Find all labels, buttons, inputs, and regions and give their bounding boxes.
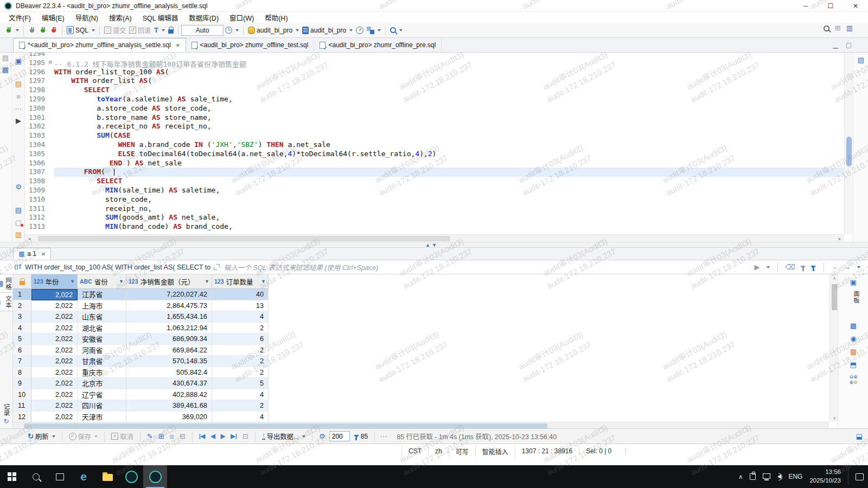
network-icon[interactable] xyxy=(763,473,770,479)
table-cell[interactable]: 甘肃省 xyxy=(78,356,126,367)
add-row-button[interactable]: ⊞ xyxy=(157,432,166,441)
output-doc-icon[interactable]: ▥ xyxy=(14,230,23,239)
bottom-panel-icon[interactable]: ⬓ xyxy=(856,433,863,440)
file-explorer-button[interactable] xyxy=(95,465,119,488)
table-cell[interactable]: 天津市 xyxy=(78,412,126,423)
task-view-button[interactable] xyxy=(48,465,72,488)
table-cell[interactable]: 2 xyxy=(212,356,269,367)
history-forward-icon[interactable]: → xyxy=(844,264,851,271)
invalidate-connection-button[interactable] xyxy=(37,25,48,35)
restore-right-panel-icon[interactable]: ▤ xyxy=(856,56,866,65)
notification-center-icon[interactable] xyxy=(856,473,864,480)
transaction-history-button[interactable] xyxy=(224,25,240,35)
table-cell[interactable]: 369,020 xyxy=(126,412,212,423)
table-cell[interactable]: 40 xyxy=(212,289,269,300)
fetch-page-button[interactable]: ⊡ xyxy=(241,432,250,441)
table-cell[interactable]: 2,022 xyxy=(31,412,78,423)
settings-gear-icon[interactable]: ⚙ xyxy=(14,183,23,191)
overflow-icon[interactable]: ⋯ xyxy=(380,433,387,440)
search-button[interactable] xyxy=(388,26,404,34)
more-tools-icon[interactable]: ⋯ xyxy=(14,105,23,113)
clock[interactable]: 13:56 2025/10/23 xyxy=(809,468,841,485)
expand-filter-icon[interactable] xyxy=(214,264,220,270)
apply-filter-icon[interactable]: ▶ xyxy=(755,264,760,271)
table-cell[interactable]: 4 xyxy=(212,412,269,423)
input-language[interactable]: ENG xyxy=(788,473,802,480)
scroll-left-icon[interactable]: ◂ xyxy=(25,235,34,242)
fetch-size-input[interactable] xyxy=(329,431,350,441)
sql-editor-button[interactable]: SQL xyxy=(65,25,97,35)
row-number-header[interactable] xyxy=(13,274,31,288)
panel-mini-actions[interactable]: ⊖⊕⊗⊜ xyxy=(848,374,859,385)
table-cell[interactable]: 2,022 xyxy=(31,389,78,401)
speaker-icon[interactable] xyxy=(777,474,781,479)
table-cell[interactable]: 2,022 xyxy=(31,378,78,389)
minimize-button[interactable]: ─ xyxy=(793,0,818,12)
prev-page-button[interactable]: ◀ xyxy=(209,432,216,441)
copy-row-button[interactable]: ⧈ xyxy=(168,432,176,441)
menu-item[interactable]: 帮助(H) xyxy=(259,11,293,24)
table-cell[interactable]: 2,022 xyxy=(31,367,78,378)
table-row[interactable]: 102,022辽宁省402,888.424 xyxy=(13,389,269,401)
console-icon[interactable]: ▶ xyxy=(14,117,23,125)
table-cell[interactable]: 2,864,475.73 xyxy=(126,300,212,312)
table-row[interactable]: 72,022甘肃省570,148.352 xyxy=(13,356,269,367)
new-connection-button[interactable] xyxy=(3,25,21,35)
table-row[interactable]: 62,022河南省669,864.222 xyxy=(13,345,269,356)
table-cell[interactable]: 4 xyxy=(212,389,269,401)
table-cell[interactable]: 山东省 xyxy=(78,311,126,323)
table-cell[interactable]: 上海市 xyxy=(78,300,126,312)
column-header[interactable]: 123年份▼ xyxy=(31,274,78,288)
table-cell[interactable]: 669,864.22 xyxy=(126,345,212,356)
next-page-button[interactable]: ▶ xyxy=(219,432,227,441)
table-row[interactable]: 112,022四川省389,461.682 xyxy=(13,400,269,412)
table-cell[interactable]: 2 xyxy=(212,367,269,378)
app-button-2-active[interactable] xyxy=(143,465,167,488)
table-cell[interactable]: 1,063,212.94 xyxy=(126,323,212,334)
first-page-button[interactable]: |◀ xyxy=(197,432,207,441)
status-overflow-icon[interactable]: ⋮ xyxy=(618,447,633,455)
usb-icon[interactable] xyxy=(750,473,756,480)
dashboard-button[interactable] xyxy=(354,25,365,35)
schema-selector[interactable]: audit_bi_pro xyxy=(301,25,354,35)
grid-view-tab[interactable]: 网格▦ xyxy=(0,274,12,293)
calc-panel-icon[interactable]: ▦ xyxy=(848,348,859,356)
table-row[interactable]: 122,022天津市369,0204 xyxy=(13,412,269,423)
delete-row-button[interactable]: ⊟ xyxy=(178,432,187,441)
results-tab-close-icon[interactable]: × xyxy=(41,250,46,258)
table-cell[interactable]: 2,022 xyxy=(31,400,78,412)
minimize-editor-icon[interactable]: ▁ xyxy=(833,41,838,49)
table-cell[interactable]: 辽宁省 xyxy=(78,389,126,401)
quick-search-icon[interactable] xyxy=(824,25,829,31)
menu-item[interactable]: 窗口(W) xyxy=(224,11,259,24)
table-row[interactable]: 22,022上海市2,864,475.7313 xyxy=(13,300,269,312)
restore-panel-icon[interactable]: ▤ xyxy=(1,54,10,62)
editor-tab[interactable]: <audit_bi_pro> zhumr_offline_pre.sql xyxy=(314,38,442,52)
table-cell[interactable]: 2,022 xyxy=(31,345,78,356)
text-view-tab[interactable]: 文本↕ xyxy=(0,293,12,311)
tab-close-icon[interactable]: × xyxy=(176,41,180,49)
table-cell[interactable]: 重庆市 xyxy=(78,367,126,378)
table-row[interactable]: 82,022重庆市505,842.42 xyxy=(13,367,269,378)
error-doc-icon[interactable]: ▢ xyxy=(14,219,23,227)
menu-item[interactable]: 编辑(E) xyxy=(36,11,70,24)
table-row[interactable]: 92,022北京市430,674.375 xyxy=(13,378,269,389)
table-cell[interactable]: 2 xyxy=(212,323,269,334)
sql-templates-icon[interactable]: ▤ xyxy=(14,80,23,88)
app-button-1[interactable] xyxy=(119,465,143,488)
table-cell[interactable]: 402,888.42 xyxy=(126,389,212,401)
editor-tab[interactable]: <audit_bi_pro> zhumr_offline_test.sql xyxy=(186,38,315,52)
row-count-button[interactable]: 85 xyxy=(352,432,370,441)
table-cell[interactable]: 2,022 xyxy=(31,289,78,300)
table-row[interactable]: 52,022安徽省686,909.346 xyxy=(13,333,269,345)
script-doc-icon[interactable]: ▤ xyxy=(14,206,23,215)
aggregate-icon[interactable]: ◉ xyxy=(848,335,859,343)
sql-editor[interactable]: ▤ ▦ ▣ ▤ ≡ ⋯ ▶ ⚙ ▤ ▢ ▥ 12941295⊖-- 6.1.2 … xyxy=(0,53,868,242)
table-row[interactable]: 32,022山东省1,655,434.164 xyxy=(13,311,269,323)
table-cell[interactable]: 2,022 xyxy=(31,311,78,323)
filter-funnel-icon[interactable] xyxy=(810,266,816,269)
transaction-log-button[interactable]: T xyxy=(152,25,167,35)
execute-panel-icon[interactable]: ▣ xyxy=(14,57,23,66)
commit-mode-combo[interactable]: Auto xyxy=(181,25,224,36)
clear-filter-icon[interactable]: ⌫ xyxy=(786,264,795,271)
